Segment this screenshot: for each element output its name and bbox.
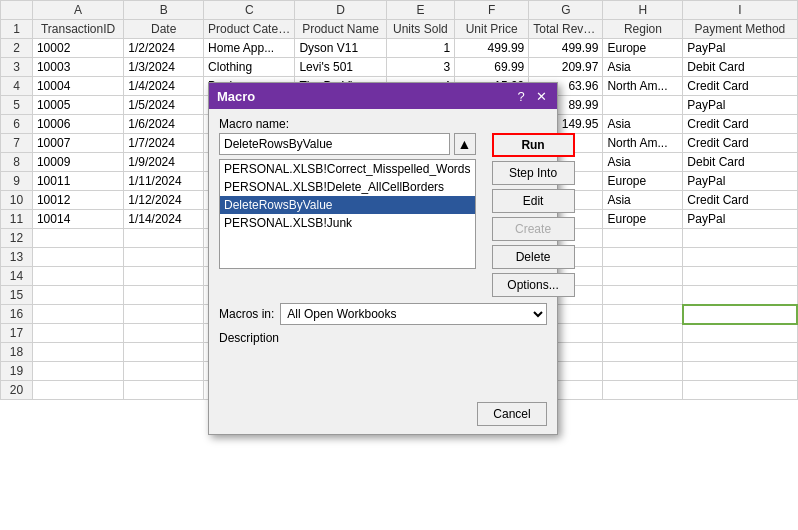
description-textarea[interactable] [219, 347, 547, 387]
cell-B6[interactable]: 1/6/2024 [124, 115, 204, 134]
cell-H10[interactable]: Asia [603, 191, 683, 210]
delete-button[interactable]: Delete [492, 245, 575, 269]
cell-A11[interactable]: 10014 [32, 210, 123, 229]
cell-H15[interactable] [603, 286, 683, 305]
cell-A17[interactable] [32, 324, 123, 343]
cell-A3[interactable]: 10003 [32, 58, 123, 77]
cell-B14[interactable] [124, 267, 204, 286]
cell-H20[interactable] [603, 381, 683, 400]
cell-I20[interactable] [683, 381, 797, 400]
col-header-b[interactable]: B [124, 1, 204, 20]
cell-I14[interactable] [683, 267, 797, 286]
cell-A15[interactable] [32, 286, 123, 305]
cell-A12[interactable] [32, 229, 123, 248]
cell-B5[interactable]: 1/5/2024 [124, 96, 204, 115]
cell-C3[interactable]: Clothing [204, 58, 295, 77]
edit-button[interactable]: Edit [492, 189, 575, 213]
cell-I5[interactable]: PayPal [683, 96, 797, 115]
cell-I13[interactable] [683, 248, 797, 267]
step-into-button[interactable]: Step Into [492, 161, 575, 185]
cell-I3[interactable]: Debit Card [683, 58, 797, 77]
cell-H11[interactable]: Europe [603, 210, 683, 229]
cell-I18[interactable] [683, 343, 797, 362]
col-header-i[interactable]: I [683, 1, 797, 20]
col-header-h[interactable]: H [603, 1, 683, 20]
cell-B2[interactable]: 1/2/2024 [124, 39, 204, 58]
cell-A10[interactable]: 10012 [32, 191, 123, 210]
col-header-c[interactable]: C [204, 1, 295, 20]
create-button[interactable]: Create [492, 217, 575, 241]
cell-H9[interactable]: Europe [603, 172, 683, 191]
cell-I7[interactable]: Credit Card [683, 134, 797, 153]
macro-list-item[interactable]: DeleteRowsByValue [220, 196, 475, 214]
macros-in-select[interactable]: All Open Workbooks [280, 303, 547, 325]
options-button[interactable]: Options... [492, 273, 575, 297]
cell-H7[interactable]: North Am... [603, 134, 683, 153]
cell-I12[interactable] [683, 229, 797, 248]
col-header-d[interactable]: D [295, 1, 386, 20]
cell-I4[interactable]: Credit Card [683, 77, 797, 96]
cell-B15[interactable] [124, 286, 204, 305]
cell-E3[interactable]: 3 [386, 58, 454, 77]
cell-I11[interactable]: PayPal [683, 210, 797, 229]
cell-H4[interactable]: North Am... [603, 77, 683, 96]
cell-C2[interactable]: Home App... [204, 39, 295, 58]
col-header-f[interactable]: F [455, 1, 529, 20]
cell-A19[interactable] [32, 362, 123, 381]
cell-B20[interactable] [124, 381, 204, 400]
cell-A6[interactable]: 10006 [32, 115, 123, 134]
cell-A13[interactable] [32, 248, 123, 267]
dialog-close-button[interactable]: ✕ [533, 88, 549, 104]
cell-A4[interactable]: 10004 [32, 77, 123, 96]
cell-I9[interactable]: PayPal [683, 172, 797, 191]
cell-B12[interactable] [124, 229, 204, 248]
cell-H13[interactable] [603, 248, 683, 267]
cell-H19[interactable] [603, 362, 683, 381]
run-button[interactable]: Run [492, 133, 575, 157]
cell-I15[interactable] [683, 286, 797, 305]
cell-A5[interactable]: 10005 [32, 96, 123, 115]
cell-B4[interactable]: 1/4/2024 [124, 77, 204, 96]
cell-B16[interactable] [124, 305, 204, 324]
macro-dialog[interactable]: Macro ? ✕ Macro name: ▲ [208, 82, 558, 435]
cell-F3[interactable]: 69.99 [455, 58, 529, 77]
cell-A2[interactable]: 10002 [32, 39, 123, 58]
cell-H5[interactable] [603, 96, 683, 115]
cell-B17[interactable] [124, 324, 204, 343]
cell-E2[interactable]: 1 [386, 39, 454, 58]
cell-D2[interactable]: Dyson V11 [295, 39, 386, 58]
cell-H16[interactable] [603, 305, 683, 324]
cell-A14[interactable] [32, 267, 123, 286]
macro-name-input[interactable] [219, 133, 450, 155]
cancel-button[interactable]: Cancel [477, 402, 547, 426]
cell-I16[interactable] [683, 305, 797, 324]
cell-H8[interactable]: Asia [603, 153, 683, 172]
cell-A9[interactable]: 10011 [32, 172, 123, 191]
macro-list[interactable]: PERSONAL.XLSB!Correct_Misspelled_WordsPE… [219, 159, 476, 269]
cell-D3[interactable]: Levi's 501 [295, 58, 386, 77]
cell-A20[interactable] [32, 381, 123, 400]
macro-name-scroll-up[interactable]: ▲ [454, 133, 476, 155]
macro-list-item[interactable]: PERSONAL.XLSB!Correct_Misspelled_Words [220, 160, 475, 178]
cell-I19[interactable] [683, 362, 797, 381]
cell-A18[interactable] [32, 343, 123, 362]
cell-A8[interactable]: 10009 [32, 153, 123, 172]
cell-B11[interactable]: 1/14/2024 [124, 210, 204, 229]
cell-G3[interactable]: 209.97 [529, 58, 603, 77]
cell-I2[interactable]: PayPal [683, 39, 797, 58]
cell-I6[interactable]: Credit Card [683, 115, 797, 134]
cell-F2[interactable]: 499.99 [455, 39, 529, 58]
cell-B3[interactable]: 1/3/2024 [124, 58, 204, 77]
cell-I8[interactable]: Debit Card [683, 153, 797, 172]
cell-B8[interactable]: 1/9/2024 [124, 153, 204, 172]
cell-B10[interactable]: 1/12/2024 [124, 191, 204, 210]
cell-A7[interactable]: 10007 [32, 134, 123, 153]
col-header-a[interactable]: A [32, 1, 123, 20]
cell-H14[interactable] [603, 267, 683, 286]
cell-A16[interactable] [32, 305, 123, 324]
cell-H18[interactable] [603, 343, 683, 362]
cell-H12[interactable] [603, 229, 683, 248]
cell-G2[interactable]: 499.99 [529, 39, 603, 58]
cell-H17[interactable] [603, 324, 683, 343]
cell-B18[interactable] [124, 343, 204, 362]
